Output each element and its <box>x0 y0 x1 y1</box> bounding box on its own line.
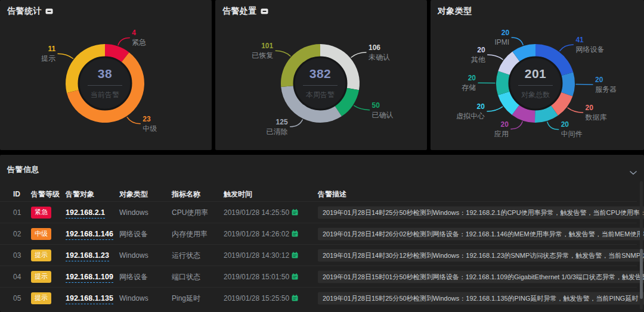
alarm-desc: 2019年01月28日14时30分12秒检测到Windows：192.168.1… <box>318 249 644 261</box>
alarm-desc: 2019年01月28日14时26分02秒检测到网络设备：192.168.1.14… <box>318 227 644 240</box>
label-connector <box>512 38 523 45</box>
donut-chart-object-type: 201 对象总数 41网络设备20服务器20数据库20中间件20应用20虚拟中心… <box>431 0 644 150</box>
alarm-target: 192.168.2.1 <box>66 208 105 217</box>
label-connector <box>290 120 303 127</box>
level-badge: 提示 <box>31 271 51 283</box>
level-badge: 提示 <box>31 249 51 261</box>
alarm-desc-text: 2019年01月28日14时25分50秒检测到Windows：192.168.2… <box>318 206 644 219</box>
slice-label-中间件: 20中间件 <box>561 120 583 139</box>
alarm-target-link[interactable]: 192.168.2.1 <box>66 208 105 219</box>
donut-center-label: 对象总数 <box>510 90 561 100</box>
col-desc: 告警描述 <box>318 189 346 199</box>
slice-label-中级: 23中级 <box>143 114 157 133</box>
alarm-id: 02 <box>13 230 21 238</box>
label-connector <box>118 38 129 45</box>
panel-title: 告警处置 <box>222 6 257 17</box>
alarm-desc-text: 2019年01月28日15时01分50秒检测到网络设备：192.168.1.10… <box>318 270 644 283</box>
calendar-icon <box>292 273 298 280</box>
donut-center: 201 对象总数 <box>510 67 561 100</box>
alarm-metric: 端口状态 <box>172 272 200 282</box>
level-badge: 紧急 <box>31 207 51 219</box>
col-target: 告警对象 <box>66 189 94 199</box>
col-metric: 指标名称 <box>172 189 200 199</box>
slice-label-未确认: 106未确认 <box>369 43 390 61</box>
col-type: 对象类型 <box>119 189 148 199</box>
alarm-object-type: Windows <box>119 294 148 302</box>
alarm-time-text: 2019/01/28 14:25:50 <box>224 208 289 217</box>
calendar-icon <box>292 209 298 216</box>
alarm-desc-text: 2019年01月28日14时30分12秒检测到Windows：192.168.1… <box>318 249 644 261</box>
table-row: 01紧急192.168.2.1WindowsCPU使用率2019/01/28 1… <box>0 201 637 223</box>
label-connector <box>547 122 559 129</box>
alarm-id: 01 <box>13 208 21 217</box>
col-time: 触发时间 <box>224 189 252 199</box>
alarm-level: 提示 <box>31 292 51 304</box>
level-badge: 中级 <box>31 228 51 240</box>
message-icon[interactable] <box>261 8 268 15</box>
table-row: 03提示192.168.1.23Windows运行状态2019/01/28 14… <box>0 244 637 266</box>
alarm-level: 提示 <box>31 249 51 261</box>
alarm-target-link[interactable]: 192.168.1.135 <box>66 294 113 304</box>
message-icon[interactable] <box>45 8 53 15</box>
section-title: 告警信息 <box>7 164 39 175</box>
alarm-desc: 2019年01月28日15时01分50秒检测到网络设备：192.168.1.10… <box>318 270 644 283</box>
scrollbar-thumb[interactable] <box>640 249 643 299</box>
alarm-time-text: 2019/01/28 14:26:02 <box>224 230 289 238</box>
table-row: 02中级192.168.1.146网络设备内存使用率2019/01/28 14:… <box>0 223 637 244</box>
table-row: 05提示192.168.1.135WindowsPing延时2019/01/28… <box>0 287 637 308</box>
alarm-level: 中级 <box>31 228 51 240</box>
label-connector <box>568 108 583 113</box>
alarm-time: 2019/01/28 14:25:50 <box>224 208 298 217</box>
slice-label-提示: 11提示 <box>41 45 55 63</box>
panel-title: 告警统计 <box>7 6 42 17</box>
alarm-target-link[interactable]: 192.168.1.109 <box>66 273 113 283</box>
col-id: ID <box>13 190 20 198</box>
donut-center: 382 本周告警 <box>295 67 345 100</box>
alarm-handling-panel: 告警处置 382 本周告警 106未确认50已确认125已清除101已恢复 <box>215 0 427 150</box>
slice-label-已恢复: 101已恢复 <box>252 42 273 60</box>
level-badge: 提示 <box>31 292 51 304</box>
slice-label-存储: 20存储 <box>462 74 476 92</box>
alarm-object-type: Windows <box>119 208 148 217</box>
slice-label-网络设备: 41网络设备 <box>575 36 604 54</box>
donut-center: 38 当前告警 <box>80 67 130 100</box>
label-connector <box>275 51 290 56</box>
label-connector <box>58 54 73 58</box>
alarm-target-link[interactable]: 192.168.1.146 <box>66 230 113 240</box>
alarm-target: 192.168.1.135 <box>66 294 113 302</box>
alarm-time-text: 2019/01/28 15:25:50 <box>224 294 289 302</box>
alarm-time-text: 2019/01/28 14:30:12 <box>224 251 289 260</box>
divider <box>88 85 122 86</box>
slice-label-应用: 20应用 <box>494 120 509 138</box>
donut-center-label: 本周告警 <box>295 90 345 100</box>
label-connector <box>351 52 366 57</box>
slice-label-已确认: 50已确认 <box>372 101 394 119</box>
label-connector <box>560 45 574 51</box>
donut-center-value: 201 <box>510 67 561 81</box>
alarm-desc-text: 2019年01月28日14时26分02秒检测到网络设备：192.168.1.14… <box>318 227 644 240</box>
alarm-level: 提示 <box>31 271 51 283</box>
donut-center-value: 382 <box>295 67 345 81</box>
alarm-stats-panel: 告警统计 38 当前告警 4紧急23中级11提示 <box>0 0 212 150</box>
alarm-target: 192.168.1.23 <box>66 251 109 260</box>
alarm-target-link[interactable]: 192.168.1.23 <box>66 251 109 261</box>
calendar-icon <box>292 230 298 237</box>
chevron-down-icon[interactable] <box>630 167 637 177</box>
divider <box>518 85 553 86</box>
col-level: 告警等级 <box>31 189 60 199</box>
alarm-id: 03 <box>13 251 21 260</box>
alarm-desc-text: 2019年01月28日15时25分50秒检测到Windows：192.168.1… <box>318 292 644 304</box>
donut-chart-alarm-handling: 382 本周告警 106未确认50已确认125已清除101已恢复 <box>215 0 427 150</box>
calendar-icon <box>292 252 298 258</box>
alarm-level: 紧急 <box>31 207 51 219</box>
alarm-time: 2019/01/28 15:01:50 <box>224 273 298 281</box>
label-connector <box>488 55 503 60</box>
alarm-target: 192.168.1.109 <box>66 273 113 281</box>
alarm-id: 05 <box>13 294 21 302</box>
slice-label-IPMI: 20IPMI <box>494 28 509 46</box>
alarm-desc: 2019年01月28日14时25分50秒检测到Windows：192.168.2… <box>318 206 644 219</box>
alarm-metric: 运行状态 <box>172 250 200 260</box>
alarm-metric: 内存使用率 <box>172 229 208 239</box>
alarm-time: 2019/01/28 14:26:02 <box>224 230 298 238</box>
divider <box>303 85 338 86</box>
